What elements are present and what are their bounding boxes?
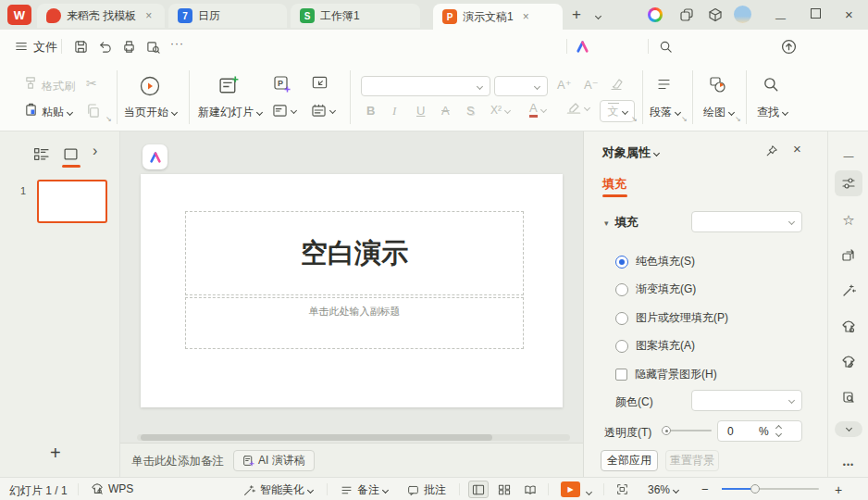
tab-switcher-icon[interactable]: [679, 7, 694, 22]
tab-presentation[interactable]: P 演示文稿1 ×: [433, 4, 563, 30]
paragraph-button[interactable]: 段落: [650, 105, 680, 120]
print-preview-icon[interactable]: [146, 40, 160, 54]
transition-rail-button[interactable]: [835, 243, 862, 269]
new-tab-button[interactable]: +: [572, 6, 581, 24]
close-panel-icon[interactable]: ×: [793, 141, 801, 156]
wps-ai-fab[interactable]: [143, 144, 167, 169]
apply-all-button[interactable]: 全部应用: [601, 450, 658, 471]
fill-option-solid[interactable]: 纯色填充(S): [615, 254, 695, 269]
wps-logo[interactable]: W: [7, 5, 31, 25]
font-name-select[interactable]: [361, 76, 490, 96]
font-size-select[interactable]: [494, 76, 548, 96]
slide[interactable]: 空白演示 单击此处输入副标题: [141, 174, 563, 407]
tab-list-chevron-icon[interactable]: [592, 10, 601, 23]
scroll-down-rail-button[interactable]: [835, 421, 862, 437]
fill-option-pattern[interactable]: 图案填充(A): [615, 338, 695, 354]
zoom-level-button[interactable]: 36%: [648, 483, 678, 496]
paste-button[interactable]: 粘贴: [42, 105, 72, 120]
copy-icon[interactable]: [86, 104, 100, 118]
tab-workbook[interactable]: S 工作簿1: [291, 4, 420, 28]
add-slide-button[interactable]: +: [50, 443, 61, 464]
title-placeholder[interactable]: 空白演示: [185, 211, 524, 295]
minimize-button[interactable]: —: [775, 12, 786, 23]
paragraph-icon[interactable]: [656, 77, 672, 92]
more-rail-button[interactable]: •••: [835, 452, 862, 478]
draw-shapes-icon[interactable]: [708, 75, 727, 94]
slide-notes-button[interactable]: [311, 104, 335, 118]
format-painter-icon[interactable]: [24, 76, 38, 90]
slide-layout-button[interactable]: [272, 104, 296, 118]
zoom-in-button[interactable]: +: [835, 482, 842, 497]
handwriting-rail-button[interactable]: [835, 349, 862, 375]
slide-thumbnails-view-icon[interactable]: [63, 147, 79, 161]
color-select[interactable]: [691, 390, 802, 411]
pinyin-guide-button[interactable]: 文: [600, 100, 635, 122]
undo-icon[interactable]: [98, 40, 112, 54]
print-icon[interactable]: [122, 40, 136, 54]
reset-background-button[interactable]: 重置背景: [665, 450, 719, 471]
transparency-input[interactable]: [718, 425, 751, 438]
increase-font-button[interactable]: A⁺: [557, 78, 572, 92]
workspace-cube-icon[interactable]: [708, 7, 723, 22]
subtitle-placeholder[interactable]: 单击此处输入副标题: [185, 297, 524, 349]
resource-search-rail-button[interactable]: [835, 384, 862, 410]
notes-toggle-button[interactable]: 备注: [341, 482, 388, 498]
tab-fill[interactable]: 填充: [602, 176, 626, 193]
panel-title[interactable]: 对象属性: [602, 144, 659, 161]
hide-background-checkbox[interactable]: 隐藏背景图形(H): [615, 367, 717, 382]
italic-button[interactable]: I: [392, 104, 396, 119]
new-slide-icon[interactable]: [217, 74, 241, 97]
outline-view-icon[interactable]: [33, 147, 49, 161]
bold-button[interactable]: B: [366, 104, 375, 118]
highlight-color-button[interactable]: [566, 102, 589, 114]
group-expand-icon[interactable]: ↘: [105, 115, 112, 123]
find-icon[interactable]: [763, 76, 779, 93]
ai-speech-button[interactable]: AI 演讲稿: [233, 450, 315, 471]
theme-skin-rail-button[interactable]: [835, 314, 862, 340]
cut-icon[interactable]: ✂: [86, 76, 97, 91]
slide-thumbnail[interactable]: [37, 180, 107, 223]
stepper[interactable]: [776, 426, 781, 436]
slider-knob[interactable]: [662, 426, 671, 435]
find-button[interactable]: 查找: [757, 105, 787, 120]
zoom-slider-knob[interactable]: [750, 484, 760, 494]
search-icon[interactable]: [659, 40, 673, 54]
tab-calendar[interactable]: 7 日历: [168, 4, 287, 28]
effects-rail-button[interactable]: ☆: [835, 207, 862, 233]
more-commands-icon[interactable]: ···: [170, 37, 184, 50]
horizontal-scrollbar[interactable]: [137, 434, 570, 441]
superscript-button[interactable]: X²: [490, 104, 510, 117]
save-icon[interactable]: [74, 40, 88, 54]
normal-view-button[interactable]: [468, 481, 489, 498]
fill-option-picture[interactable]: 图片或纹理填充(P): [615, 310, 728, 326]
slide-sorter-view-button[interactable]: [494, 481, 515, 498]
play-options-chevron[interactable]: [587, 486, 591, 499]
close-tab-icon[interactable]: ×: [145, 9, 152, 22]
collapse-rail-button[interactable]: —: [835, 143, 862, 169]
tab-docer[interactable]: 来稻壳 找模板 ×: [37, 4, 165, 28]
fill-section-header[interactable]: ▾ 填充: [604, 215, 639, 231]
smart-beautify-button[interactable]: 智能美化: [242, 482, 313, 498]
wps-skin-button[interactable]: WPS: [91, 482, 133, 495]
decrease-font-button[interactable]: A⁻: [584, 78, 599, 92]
underline-button[interactable]: U: [416, 104, 425, 118]
font-color-button[interactable]: A: [529, 102, 546, 118]
reading-view-button[interactable]: [520, 481, 540, 498]
comments-button[interactable]: 批注: [407, 482, 446, 498]
assistant-icon[interactable]: [648, 7, 663, 22]
format-painter-label[interactable]: 格式刷: [42, 79, 75, 94]
pin-icon[interactable]: [765, 144, 778, 157]
group-expand-icon[interactable]: ↘: [681, 115, 688, 123]
play-from-current-button[interactable]: 当页开始: [124, 105, 177, 120]
fill-option-gradient[interactable]: 渐变填充(G): [615, 281, 696, 297]
scrollbar-thumb[interactable]: [141, 434, 492, 441]
slideshow-play-button[interactable]: ▶: [561, 481, 580, 497]
transparency-slider[interactable]: [663, 430, 712, 431]
avatar[interactable]: [734, 6, 751, 23]
ai-create-slides-icon[interactable]: P: [273, 75, 291, 94]
fill-style-select[interactable]: [691, 211, 802, 232]
play-from-current-icon[interactable]: [139, 75, 161, 97]
fullscreen-icon[interactable]: [616, 483, 628, 495]
zoom-out-button[interactable]: −: [701, 482, 709, 496]
object-properties-rail-button[interactable]: [835, 170, 862, 196]
